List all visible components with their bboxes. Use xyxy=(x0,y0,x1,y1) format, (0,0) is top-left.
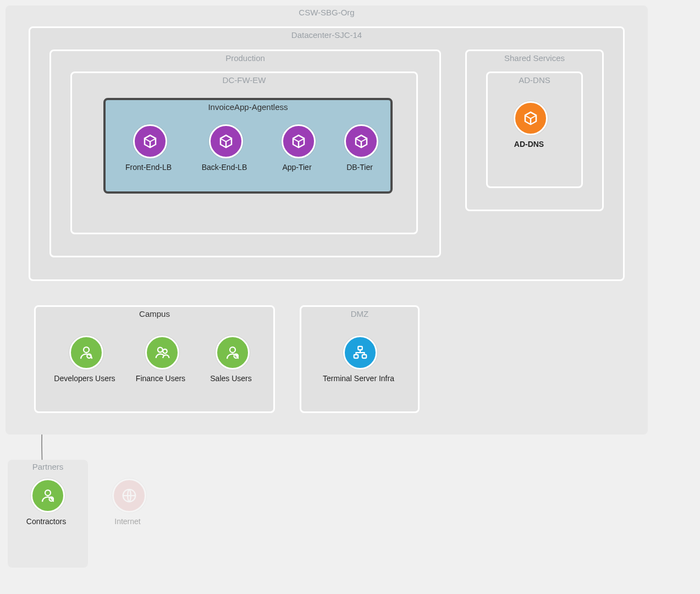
scope-partners[interactable]: Partners xyxy=(8,460,88,568)
svg-rect-7 xyxy=(354,355,359,358)
svg-rect-8 xyxy=(362,355,367,358)
svg-point-9 xyxy=(45,490,51,496)
node-label: DB-Tier xyxy=(321,163,398,172)
svg-point-1 xyxy=(87,354,91,359)
node-label: Finance Users xyxy=(122,374,199,383)
users-icon xyxy=(40,487,56,504)
network-icon xyxy=(352,344,368,361)
node-sales-users[interactable] xyxy=(216,336,250,370)
svg-point-3 xyxy=(163,349,167,354)
svg-rect-6 xyxy=(358,346,362,350)
node-label: Contractors xyxy=(8,517,85,526)
node-back-end-lb[interactable] xyxy=(209,124,243,158)
node-front-end-lb[interactable] xyxy=(133,124,167,158)
node-label: AD-DNS xyxy=(490,140,567,148)
node-label: Developers Users xyxy=(46,374,123,383)
globe-icon xyxy=(121,487,137,504)
node-finance-users[interactable] xyxy=(145,336,179,370)
node-contractors[interactable] xyxy=(31,479,65,513)
node-app-tier[interactable] xyxy=(282,124,316,158)
users-icon xyxy=(78,344,95,361)
scope-label: Production xyxy=(51,53,439,63)
svg-point-2 xyxy=(158,348,163,353)
node-label: Front-End-LB xyxy=(110,163,187,172)
node-db-tier[interactable] xyxy=(344,124,378,158)
svg-point-4 xyxy=(230,347,235,353)
node-label: Internet xyxy=(89,517,166,526)
node-label: Back-End-LB xyxy=(186,163,263,172)
scope-label: AD-DNS xyxy=(488,75,581,85)
users-icon xyxy=(224,344,241,361)
cube-icon xyxy=(142,133,158,150)
cube-icon xyxy=(353,133,370,150)
node-internet[interactable] xyxy=(112,479,146,513)
scope-label: DC-FW-EW xyxy=(72,75,416,85)
cube-icon xyxy=(522,110,539,127)
scope-label: DMZ xyxy=(301,309,418,318)
scope-label: Shared Services xyxy=(467,53,602,63)
scope-label: InvoiceApp-Agentless xyxy=(106,102,390,112)
cube-icon xyxy=(290,133,307,150)
node-developers-users[interactable] xyxy=(69,336,103,370)
scope-label: CSW-SBG-Org xyxy=(5,8,648,17)
node-label: Terminal Server Infra xyxy=(320,374,397,383)
scope-label: Partners xyxy=(8,462,88,471)
users-icon xyxy=(154,344,170,361)
node-ad-dns[interactable] xyxy=(514,101,548,135)
node-label: Sales Users xyxy=(192,374,269,383)
node-terminal-server[interactable] xyxy=(343,336,377,370)
cube-icon xyxy=(218,133,234,150)
scope-label: Campus xyxy=(36,309,273,318)
svg-point-0 xyxy=(84,347,89,353)
scope-label: Datacenter-SJC-14 xyxy=(30,30,623,40)
